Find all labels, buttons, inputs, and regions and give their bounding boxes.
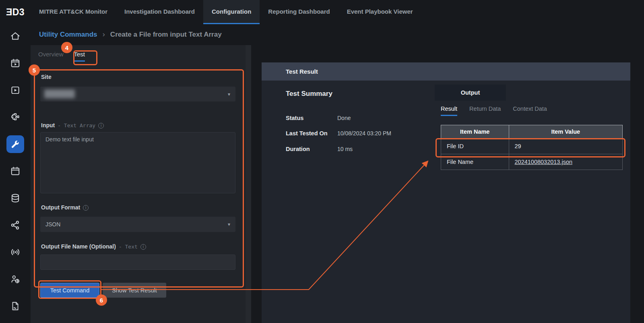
output-format-select[interactable]: JSON ▾ [40, 217, 235, 232]
output-file-name-label: Output File Name (Optional)- Text [41, 243, 146, 250]
summary-row-status: Status Done [286, 115, 351, 121]
nav-reporting-dashboard[interactable]: Reporting Dashboard [260, 0, 338, 24]
icon-sidebar [0, 24, 31, 323]
test-summary-title: Test Summary [286, 90, 332, 98]
last-tested-value: 10/08/2024 03:20 PM [337, 130, 391, 137]
panel-scrollbar[interactable] [246, 45, 251, 323]
input-textarea[interactable]: Demo text file input [40, 132, 235, 193]
subtab-result[interactable]: Result [441, 106, 457, 116]
show-test-result-button[interactable]: Show Test Result [103, 283, 166, 298]
app-window: ƎD3 MITRE ATT&CK Monitor Investigation D… [0, 0, 644, 323]
breadcrumb: Utility Commands › Create a File from in… [31, 24, 222, 45]
scheduled-playbook-icon[interactable] [6, 54, 24, 72]
geo-user-icon[interactable] [6, 270, 24, 288]
site-select[interactable]: ▾ [40, 87, 235, 101]
top-nav: ƎD3 MITRE ATT&CK Monitor Investigation D… [0, 0, 644, 24]
nav-mitre-attck-monitor[interactable]: MITRE ATT&CK Monitor [31, 0, 116, 24]
chevron-down-icon: ▾ [228, 222, 230, 227]
duration-value: 10 ms [337, 146, 353, 152]
table-row-file-id: File ID 29 [441, 139, 623, 154]
output-format-label: Output Format [41, 204, 89, 211]
signature-document-icon[interactable] [6, 297, 24, 315]
info-icon[interactable] [83, 205, 89, 211]
redacted-site-value [44, 89, 75, 98]
info-icon[interactable] [98, 123, 104, 128]
command-test-panel: Overview Test Site ▾ Input- Text Array D… [31, 45, 246, 323]
subtab-context-data[interactable]: Context Data [513, 106, 547, 116]
tab-output[interactable]: Output [435, 85, 506, 101]
test-result-header: Test Result [262, 62, 630, 81]
utility-commands-icon[interactable] [6, 135, 24, 153]
playbook-icon[interactable] [6, 81, 24, 99]
result-table: Item Name Item Value File ID 29 File Nam… [441, 125, 623, 170]
status-value: Done [337, 115, 351, 121]
site-label: Site [41, 74, 52, 80]
summary-row-last-tested: Last Tested On 10/08/2024 03:20 PM [286, 130, 391, 137]
tab-overview[interactable]: Overview [38, 51, 64, 62]
broadcast-icon[interactable] [6, 243, 24, 261]
test-result-panel: Test Result Test Summary Status Done Las… [262, 62, 630, 323]
panel-tabs: Overview Test [38, 51, 85, 62]
page-title: Create a File from input Text Array [110, 31, 222, 39]
table-row-file-name: File Name 20241008032013.json [441, 154, 623, 170]
home-icon[interactable] [6, 27, 24, 45]
subtab-return-data[interactable]: Return Data [469, 106, 501, 116]
connections-icon[interactable] [6, 216, 24, 234]
column-header-item-name: Item Name [441, 125, 509, 139]
nav-configuration[interactable]: Configuration [203, 0, 260, 24]
output-sub-tabs: Result Return Data Context Data [441, 106, 547, 116]
nav-event-playbook-viewer[interactable]: Event Playbook Viewer [339, 0, 421, 24]
integrations-icon[interactable] [6, 108, 24, 126]
test-command-button[interactable]: Test Command [40, 283, 99, 298]
chevron-down-icon: ▾ [228, 91, 230, 97]
nav-investigation-dashboard[interactable]: Investigation Dashboard [116, 0, 203, 24]
tab-test[interactable]: Test [74, 51, 85, 62]
calendar-icon[interactable] [6, 162, 24, 180]
file-link[interactable]: 20241008032013.json [515, 159, 573, 165]
info-icon[interactable] [140, 244, 146, 250]
input-label: Input- Text Array [41, 122, 104, 128]
table-header-row: Item Name Item Value [441, 125, 623, 139]
column-header-item-value: Item Value [509, 125, 622, 139]
d3-logo[interactable]: ƎD3 [0, 0, 31, 24]
output-file-name-input[interactable] [40, 255, 235, 270]
database-icon[interactable] [6, 189, 24, 207]
chevron-right-icon: › [103, 30, 105, 39]
summary-row-duration: Duration 10 ms [286, 146, 353, 152]
breadcrumb-parent-link[interactable]: Utility Commands [39, 31, 97, 39]
